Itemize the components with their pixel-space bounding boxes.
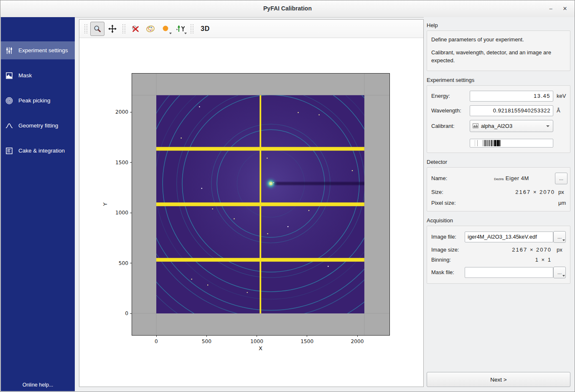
calibrant-value: alpha_Al2O3 [481,123,512,129]
sidebar-item-peak-picking[interactable]: Peak picking [1,92,75,109]
detector-size-label: Size: [431,189,468,195]
binning-label: Binning: [431,257,465,263]
dropdown-caret-icon [562,275,565,277]
svg-text:1000: 1000 [115,210,128,216]
calibrant-histogram-icon [473,123,478,128]
calibrant-select[interactable]: alpha_Al2O3 [470,120,553,132]
window-title: PyFAI Calibration [0,5,575,12]
help-text-2: Calibrant, wavelength, detector, and an … [431,49,566,65]
image-size-label: Image size: [431,247,465,253]
binning-row: Binning: 1 × 1 [431,257,566,263]
settings-panel: Help Define parameters of your experimen… [424,17,575,391]
detector-select-button[interactable]: ... [555,173,567,184]
calibrant-rings-preview [470,139,553,148]
pyfai-window: PyFAI Calibration – ✕ Experiment setting… [0,0,575,392]
sidebar-item-cake-integration[interactable]: Cake & integration [1,142,75,160]
plot-3d-button[interactable]: 3D [196,22,214,36]
sidebar-item-mask[interactable]: Mask [1,66,75,84]
clear-zoom-icon [131,25,140,33]
mask-color-button[interactable] [158,22,173,36]
mask-file-input[interactable] [465,267,553,278]
svg-text:0: 0 [155,339,158,344]
detector-section-title: Detector [427,159,570,165]
help-text-1: Define parameters of your experiment. [431,36,566,44]
wavelength-row: Wavelength: Å [431,105,566,116]
image-file-label: Image file: [431,234,465,240]
energy-input[interactable] [470,91,553,102]
acquisition-section-title: Acquisition [427,217,570,224]
y-axis-arrow-icon [176,25,186,33]
sidebar-item-label: Mask [18,72,32,79]
zoom-mode-button[interactable] [90,22,104,36]
mask-icon [5,71,13,80]
rings-target-icon [5,97,13,105]
detector-brand: Dectris [494,177,504,181]
title-bar: PyFAI Calibration – ✕ [0,0,575,18]
svg-text:500: 500 [202,339,211,344]
clear-zoom-button[interactable] [128,22,142,36]
dropdown-caret-icon [169,33,172,34]
online-help-link[interactable]: Online help... [1,382,75,388]
plot-canvas[interactable]: 05001000150020000500100015002000XY [79,38,423,387]
plot-panel: 3D 05001000150020000500100015002000XY [79,19,424,387]
help-section-title: Help [427,22,570,28]
image-file-row: Image file: ... [431,231,566,243]
svg-text:2000: 2000 [351,339,364,344]
svg-text:1000: 1000 [250,339,263,344]
close-button[interactable]: ✕ [560,4,570,14]
svg-text:500: 500 [119,260,128,266]
pan-arrows-icon [108,25,117,33]
wavelength-unit: Å [553,107,566,114]
wavelength-label: Wavelength: [431,107,470,114]
palette-icon [146,25,155,33]
orange-circle-icon [162,25,169,33]
integration-lines-icon [5,147,13,155]
sliders-icon [5,46,13,55]
detector-group: Name: Dectris Eiger 4M ... Size: 2167 × … [427,167,570,211]
colormap-button[interactable] [143,22,158,36]
calibrant-label: Calibrant: [431,123,470,129]
binning-value: 1 × 1 [465,257,553,263]
detector-name-value: Dectris Eiger 4M [468,175,555,181]
image-file-browse-button[interactable]: ... [553,231,566,243]
acquisition-group: Image file: ... Image size: 2167 × 2070 … [427,226,570,284]
detector-name-label: Name: [431,175,468,181]
sidebar-item-geometry-fitting[interactable]: Geometry fitting [1,117,75,135]
dropdown-caret-icon [562,239,565,241]
toolbar-drag-handle[interactable] [122,24,125,33]
svg-text:Y: Y [102,202,108,206]
wavelength-input[interactable] [470,105,553,116]
image-size-value: 2167 × 2070 [465,247,553,253]
y-axis-orientation-button[interactable] [173,22,188,36]
image-file-input[interactable] [465,232,553,242]
close-icon: ✕ [563,5,567,12]
mask-file-browse-button[interactable]: ... [553,267,566,278]
plot-toolbar: 3D [79,20,423,38]
calibrant-preview-row [431,136,566,148]
sidebar-item-label: Experiment settings [18,47,68,53]
peak-curve-icon [5,122,13,130]
minimize-button[interactable]: – [545,4,556,14]
svg-text:2000: 2000 [115,109,128,115]
detector-size-value: 2167 × 2070 [468,189,555,195]
energy-label: Energy: [431,93,470,99]
pan-mode-button[interactable] [105,22,120,36]
svg-text:0: 0 [125,311,128,316]
experiment-section-title: Experiment settings [427,77,570,83]
dropdown-caret-icon [546,125,550,127]
detector-model: Eiger 4M [506,175,529,181]
toolbar-drag-handle[interactable] [84,24,87,33]
detector-pixel-label: Pixel size: [431,200,468,206]
next-button[interactable]: Next > [427,372,570,387]
toolbar-drag-handle[interactable] [191,24,193,33]
energy-row: Energy: keV [431,91,566,102]
image-size-unit: px [553,247,566,253]
diffraction-plot[interactable]: 05001000150020000500100015002000XY [79,38,423,388]
detector-pixel-row: Pixel size: μm [431,200,566,206]
mask-file-row: Mask file: ... [431,267,566,278]
svg-text:1500: 1500 [300,339,313,344]
plot-3d-label: 3D [201,25,209,33]
help-box: Define parameters of your experiment. Ca… [427,31,570,71]
task-sidebar: Experiment settings Mask Peak picking Ge… [1,17,75,391]
sidebar-item-experiment-settings[interactable]: Experiment settings [1,41,75,59]
